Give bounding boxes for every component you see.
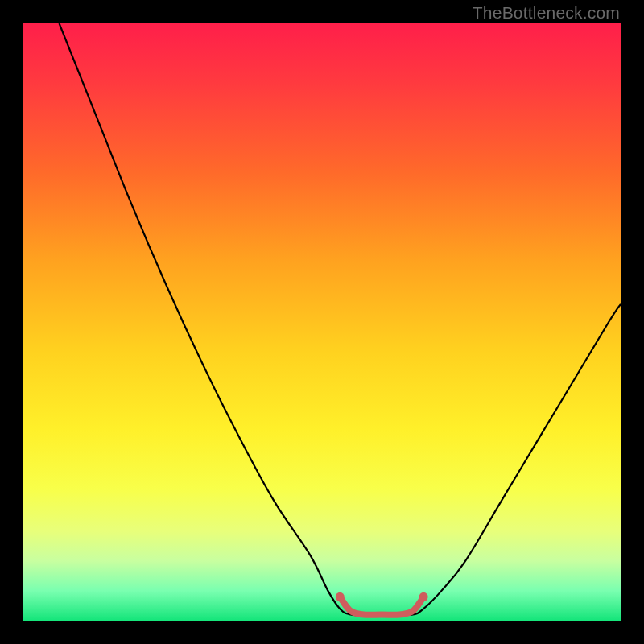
optimal-highlight: [340, 597, 423, 615]
highlight-dot: [336, 592, 345, 601]
watermark-text: TheBottleneck.com: [473, 3, 620, 23]
highlight-dot: [419, 592, 428, 601]
chart-svg: [23, 23, 621, 621]
chart-stage: TheBottleneck.com: [0, 0, 644, 644]
plot-area: [23, 23, 621, 621]
bottleneck-curve: [60, 23, 621, 615]
optimal-highlight-dots: [336, 592, 428, 601]
